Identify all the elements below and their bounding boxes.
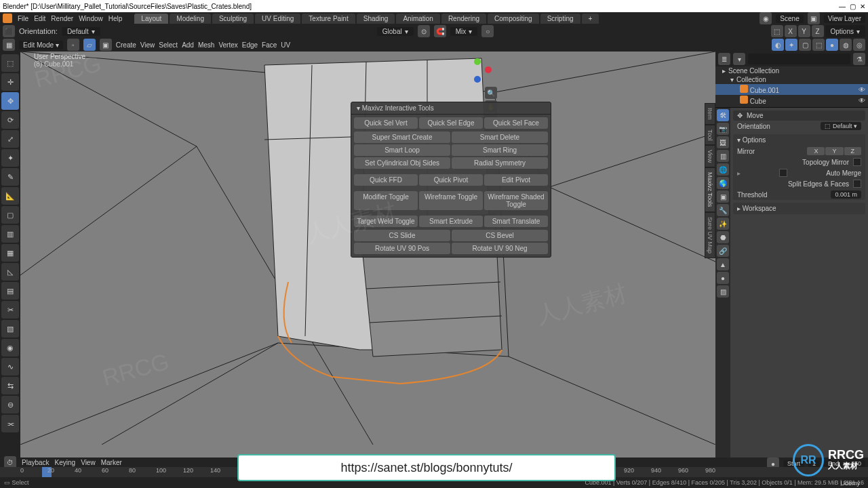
npanel-tab-sureuv[interactable]: Sure UV Map	[705, 212, 715, 258]
start-field[interactable]: 1	[808, 460, 820, 467]
mirror-y[interactable]: Y	[825, 147, 843, 155]
tool-knife[interactable]: ✂	[1, 301, 19, 319]
x-axis[interactable]: X	[785, 25, 797, 37]
prop-tab-texture[interactable]: ▨	[717, 285, 729, 298]
shading-wire-icon[interactable]: ⬚	[812, 39, 825, 51]
outliner-item-cube[interactable]: Cube 👁	[715, 95, 868, 106]
menu-create[interactable]: Create	[116, 41, 136, 49]
tab-layout[interactable]: Layout	[134, 14, 168, 24]
smart-delete-button[interactable]: Smart Delete	[452, 131, 548, 143]
edge-select-icon[interactable]: ▱	[83, 39, 96, 51]
tab-shading[interactable]: Shading	[357, 14, 395, 24]
prop-tab-modifier[interactable]: 🔧	[717, 204, 729, 216]
outliner-search-input[interactable]	[748, 54, 850, 64]
prop-tab-tool[interactable]: 🛠	[717, 109, 729, 121]
smart-extrude-button[interactable]: Smart Extrude	[419, 216, 483, 227]
tool-loopcut[interactable]: ▤	[1, 282, 19, 300]
menu-edit[interactable]: Edit	[34, 15, 45, 22]
viewlayer-icon[interactable]: ▣	[808, 12, 820, 24]
tool-cursor[interactable]: ✛	[1, 73, 19, 91]
outliner-type-icon[interactable]: ≣	[718, 53, 730, 65]
prop-tab-render[interactable]: 📷	[717, 123, 729, 135]
tool-bevel[interactable]: ◺	[1, 263, 19, 281]
overlay-toggle-icon[interactable]: ◐	[772, 39, 784, 51]
prop-tab-physics[interactable]: ⬣	[717, 231, 729, 243]
mirror-x[interactable]: X	[807, 147, 825, 155]
split-edges-checkbox[interactable]	[853, 180, 861, 188]
vertex-select-icon[interactable]: ▫	[67, 39, 79, 51]
outliner-scene-collection[interactable]: ▸ Scene Collection	[715, 66, 868, 75]
menu-face[interactable]: Face	[262, 41, 277, 49]
tab-sculpting[interactable]: Sculpting	[212, 14, 254, 24]
zoom-icon[interactable]: 🔍	[485, 87, 497, 99]
menu-file[interactable]: File	[18, 15, 28, 22]
axis-x-icon[interactable]	[485, 66, 492, 73]
menu-uv[interactable]: UV	[281, 41, 290, 49]
quick-ffd-button[interactable]: Quick FFD	[354, 174, 418, 186]
tab-uv-editing[interactable]: UV Editing	[255, 14, 300, 24]
mode-dropdown[interactable]: Edit Mode ▾	[19, 41, 63, 49]
workspace-header[interactable]: ▸ Workspace	[733, 203, 865, 214]
menu-select[interactable]: Select	[159, 41, 178, 49]
tl-menu-playback[interactable]: Playback	[22, 459, 50, 466]
filter-icon[interactable]: ⚗	[853, 53, 865, 65]
npanel-tab-view[interactable]: View	[705, 145, 715, 167]
tool-inset[interactable]: ▦	[1, 244, 19, 262]
quick-sel-face-button[interactable]: Quick Sel Face	[484, 117, 548, 129]
prop-tab-scene[interactable]: 🌐	[717, 163, 729, 176]
topology-mirror-checkbox[interactable]	[853, 158, 861, 166]
tool-spin[interactable]: ◉	[1, 339, 19, 357]
tool-select[interactable]: ⬚	[1, 54, 19, 72]
options-dropdown[interactable]: Options▾	[825, 25, 865, 37]
menu-edge[interactable]: Edge	[242, 41, 258, 49]
tab-add[interactable]: +	[582, 14, 599, 24]
menu-window[interactable]: Window	[79, 15, 103, 22]
tl-menu-keying[interactable]: Keying	[55, 459, 76, 466]
npanel-tab-tool[interactable]: Tool	[705, 125, 715, 146]
maximize-icon[interactable]: ▢	[850, 3, 856, 10]
menu-view[interactable]: View	[140, 41, 155, 49]
tool-rotate[interactable]: ⟳	[1, 111, 19, 129]
menu-mesh[interactable]: Mesh	[198, 41, 214, 49]
options-header[interactable]: ▾ Options	[733, 134, 865, 146]
visibility-icon[interactable]: 👁	[859, 97, 865, 104]
menu-render[interactable]: Render	[51, 15, 73, 22]
target-weld-toggle-button[interactable]: Target Weld Toggle	[354, 216, 418, 227]
quick-pivot-button[interactable]: Quick Pivot	[419, 174, 483, 186]
tool-edge-slide[interactable]: ⇆	[1, 377, 19, 394]
tool-polybuild[interactable]: ▧	[1, 320, 19, 338]
tool-measure[interactable]: 📐	[1, 187, 19, 205]
tool-annotate[interactable]: ✎	[1, 168, 19, 186]
scene-icon[interactable]: ◉	[760, 12, 772, 24]
editor-type-icon[interactable]: ⬛	[3, 25, 15, 37]
quick-sel-edge-button[interactable]: Quick Sel Edge	[419, 117, 483, 129]
tab-texture-paint[interactable]: Texture Paint	[302, 14, 355, 24]
tab-scripting[interactable]: Scripting	[540, 14, 580, 24]
pivot-icon[interactable]: ⊙	[418, 25, 430, 37]
tool-move[interactable]: ✥	[1, 92, 19, 110]
prop-tab-particles[interactable]: ✨	[717, 218, 729, 230]
snap-mode-dropdown[interactable]: Mix▾	[450, 27, 478, 36]
prop-tab-output[interactable]: 🖼	[717, 136, 729, 148]
minimize-icon[interactable]: —	[839, 3, 846, 10]
shading-render-icon[interactable]: ◎	[853, 39, 865, 51]
rotate-uv-90-pos-button[interactable]: Rotate UV 90 Pos	[354, 243, 450, 254]
3d-viewport[interactable]: User Perspective (8) Cube.001 🔍 ✋ 📷 ▦ ▾ …	[20, 52, 715, 458]
cs-slide-button[interactable]: CS Slide	[354, 230, 450, 241]
snap-icon[interactable]: 🧲	[434, 25, 446, 37]
shading-matprev-icon[interactable]: ◍	[840, 39, 852, 51]
tl-menu-view[interactable]: View	[81, 459, 96, 466]
gizmo-toggle-icon[interactable]: ✦	[785, 39, 797, 51]
edit-pivot-button[interactable]: Edit Pivot	[484, 174, 548, 186]
modifier-toggle-button[interactable]: Modifier Toggle	[354, 191, 418, 210]
outliner-mode-icon[interactable]: ▾	[733, 53, 745, 65]
shading-solid-icon[interactable]: ●	[826, 39, 838, 51]
y-axis[interactable]: Y	[798, 25, 810, 37]
npanel-tab-item[interactable]: Item	[705, 103, 715, 125]
tab-animation[interactable]: Animation	[396, 14, 439, 24]
axis-y-icon[interactable]	[474, 58, 481, 65]
axis-z-icon[interactable]	[474, 76, 481, 83]
tab-compositing[interactable]: Compositing	[488, 14, 539, 24]
tool-smooth[interactable]: ∿	[1, 358, 19, 375]
navigation-gizmo[interactable]	[467, 58, 492, 83]
